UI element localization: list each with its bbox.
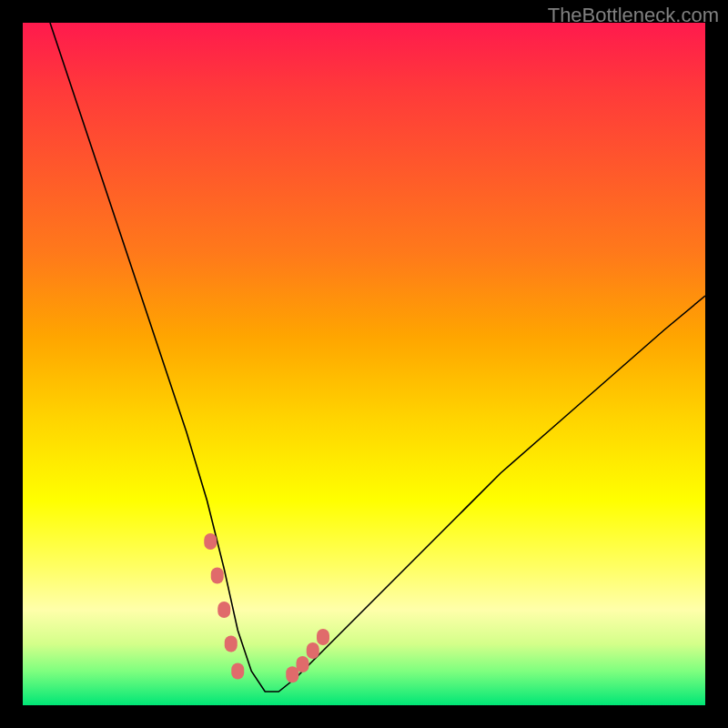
bottleneck-curve [50,23,705,692]
data-marker [204,533,217,550]
chart-container: TheBottleneck.com [0,0,728,728]
data-marker [217,602,230,618]
watermark-text: TheBottleneck.com [548,4,719,27]
data-marker [231,663,244,680]
data-marker [307,642,319,659]
data-marker [225,636,238,652]
data-marker [297,656,309,672]
data-marker [211,568,224,584]
chart-svg-overlay [23,23,705,705]
data-marker [286,666,298,682]
data-marker [317,629,329,645]
markers-left-group [204,533,244,680]
markers-right-group [286,629,329,682]
